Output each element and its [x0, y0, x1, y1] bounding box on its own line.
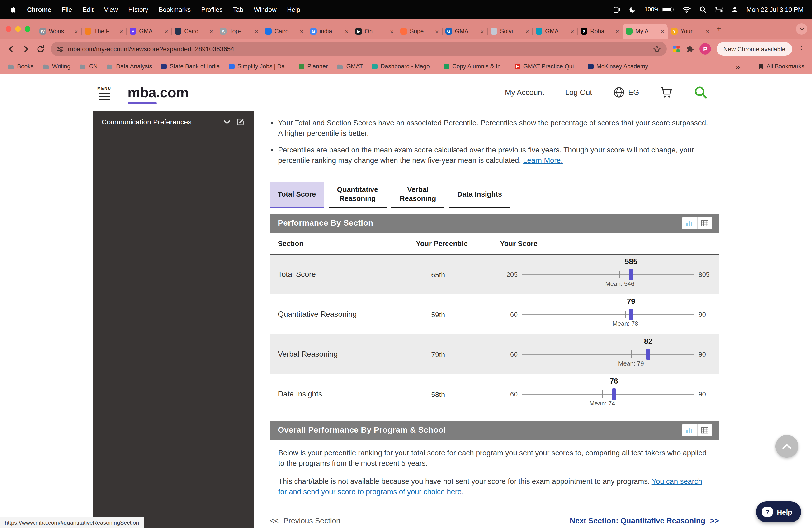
menubar-clock[interactable]: Mon 22 Jul 3:10 PM	[746, 6, 803, 13]
bookmark-star-icon[interactable]	[653, 45, 661, 53]
tab-close-icon[interactable]: ×	[390, 28, 394, 35]
tab-close-icon[interactable]: ×	[74, 28, 78, 35]
browser-tab[interactable]: G india ×	[307, 24, 352, 39]
scroll-to-top-button[interactable]	[775, 435, 798, 458]
menubar-item[interactable]: Bookmarks	[159, 6, 191, 13]
browser-tab[interactable]: A Top- ×	[217, 24, 262, 39]
browser-tab[interactable]: Supe ×	[397, 24, 442, 39]
menubar-item[interactable]: File	[62, 6, 72, 13]
tab-close-icon[interactable]: ×	[706, 28, 709, 35]
url-text[interactable]: mba.com/my-account/viewscore?expanded=28…	[68, 45, 649, 53]
table-view-button[interactable]	[697, 424, 712, 436]
stage-manager-icon[interactable]	[613, 6, 621, 13]
chart-view-button[interactable]	[682, 424, 697, 436]
browser-tab[interactable]: GMA ×	[532, 24, 577, 39]
window-zoom-button[interactable]	[25, 26, 30, 32]
profile-avatar[interactable]: P	[699, 43, 711, 55]
new-tab-button[interactable]: +	[713, 23, 725, 35]
tab-close-icon[interactable]: ×	[661, 28, 664, 35]
bookmark-item[interactable]: GMAT	[337, 63, 363, 70]
apple-menu-icon[interactable]	[11, 6, 17, 13]
help-button[interactable]: ? Help	[756, 501, 801, 522]
search-button[interactable]	[694, 86, 708, 99]
tab-close-icon[interactable]: ×	[435, 28, 439, 35]
tab-close-icon[interactable]: ×	[164, 28, 168, 35]
tab-close-icon[interactable]: ×	[615, 28, 619, 35]
browser-tab[interactable]: Cairo ×	[171, 24, 217, 39]
do-not-disturb-moon-icon[interactable]	[629, 6, 636, 13]
tab-close-icon[interactable]: ×	[119, 28, 123, 35]
menubar-item[interactable]: Tab	[233, 6, 243, 13]
tab-verbal-reasoning[interactable]: Verbal Reasoning	[391, 182, 445, 208]
tab-close-icon[interactable]: ×	[570, 28, 574, 35]
bookmark-item[interactable]: Data Analysis	[106, 63, 152, 70]
menubar-item[interactable]: View	[104, 6, 118, 13]
previous-section-link[interactable]: << Previous Section	[270, 517, 340, 525]
menubar-item[interactable]: Profiles	[201, 6, 222, 13]
wifi-icon[interactable]	[682, 6, 691, 13]
bookmark-item[interactable]: Dashboard - Mago...	[372, 63, 435, 70]
sidebar-item-communication-preferences[interactable]: Communication Preferences	[93, 111, 254, 132]
bookmark-item[interactable]: McKinsey Academy	[588, 63, 648, 70]
spotlight-search-icon[interactable]	[699, 6, 706, 13]
tab-search-button[interactable]	[796, 23, 807, 35]
address-bar[interactable]: mba.com/my-account/viewscore?expanded=28…	[51, 42, 667, 56]
menubar-item[interactable]: Help	[287, 6, 300, 13]
tab-close-icon[interactable]: ×	[525, 28, 529, 35]
menubar-app-name[interactable]: Chrome	[27, 6, 51, 13]
browser-tab[interactable]: ▶ On ×	[352, 24, 397, 39]
tab-close-icon[interactable]: ×	[255, 28, 258, 35]
tab-close-icon[interactable]: ×	[345, 28, 349, 35]
browser-tab[interactable]: G GMA ×	[442, 24, 487, 39]
extensions-puzzle-icon[interactable]	[686, 45, 694, 53]
browser-tab[interactable]: P GMA ×	[126, 24, 171, 39]
bookmark-item[interactable]: Simplify Jobs | Da...	[229, 63, 290, 70]
all-bookmarks-button[interactable]: All Bookmarks	[758, 63, 804, 70]
tab-close-icon[interactable]: ×	[300, 28, 303, 35]
locale-selector[interactable]: EG	[613, 86, 639, 98]
reload-button[interactable]	[36, 44, 45, 54]
menubar-item[interactable]: History	[128, 6, 148, 13]
edit-icon[interactable]	[236, 118, 245, 126]
bookmark-item[interactable]: Copy Alumnis & In...	[444, 63, 506, 70]
bookmarks-overflow-icon[interactable]: »	[736, 62, 740, 71]
menu-hamburger-button[interactable]: MENU	[97, 83, 111, 102]
tab-data-insights[interactable]: Data Insights	[449, 182, 510, 208]
my-account-link[interactable]: My Account	[505, 88, 544, 97]
tab-total-score[interactable]: Total Score	[270, 182, 324, 208]
bookmark-item[interactable]: State Bank of India	[161, 63, 220, 70]
browser-tab[interactable]: W Wons ×	[36, 24, 81, 39]
browser-tab[interactable]: Y Your ×	[668, 24, 713, 39]
table-view-button[interactable]	[697, 217, 712, 229]
menubar-item[interactable]: Window	[254, 6, 277, 13]
window-minimize-button[interactable]	[15, 26, 21, 32]
update-chrome-button[interactable]: New Chrome available	[716, 42, 792, 56]
cart-button[interactable]	[660, 86, 673, 98]
battery-indicator[interactable]: 100%	[644, 6, 674, 13]
forward-button[interactable]	[21, 44, 30, 54]
browser-menu-icon[interactable]: ⋮	[798, 44, 806, 54]
bookmark-item[interactable]: Planner	[299, 63, 328, 70]
bookmark-item[interactable]: CN	[79, 63, 98, 70]
browser-tab[interactable]: Cairo ×	[262, 24, 307, 39]
tab-close-icon[interactable]: ×	[209, 28, 213, 35]
chart-view-button[interactable]	[682, 217, 697, 229]
menubar-item[interactable]: Edit	[83, 6, 94, 13]
next-section-link[interactable]: Next Section: Quantitative Reasoning >>	[570, 517, 719, 525]
browser-tab[interactable]: My A ×	[623, 24, 668, 39]
browser-tab[interactable]: X Roha ×	[577, 24, 623, 39]
extension-shortcut-icon[interactable]	[672, 45, 680, 53]
bookmark-item[interactable]: Books	[8, 63, 34, 70]
user-account-icon[interactable]	[731, 6, 738, 13]
chevron-down-icon[interactable]	[223, 119, 231, 124]
tab-close-icon[interactable]: ×	[480, 28, 484, 35]
bookmark-item[interactable]: ▶ GMAT Practice Qui...	[515, 63, 579, 70]
window-close-button[interactable]	[6, 26, 11, 32]
back-button[interactable]	[6, 44, 16, 54]
mba-logo[interactable]: mba.com	[128, 84, 188, 100]
control-center-icon[interactable]	[715, 6, 723, 12]
browser-tab[interactable]: Solvi ×	[487, 24, 532, 39]
log-out-link[interactable]: Log Out	[565, 88, 592, 97]
bookmark-item[interactable]: Writing	[43, 63, 71, 70]
tab-quantitative-reasoning[interactable]: Quantitative Reasoning	[329, 182, 387, 208]
